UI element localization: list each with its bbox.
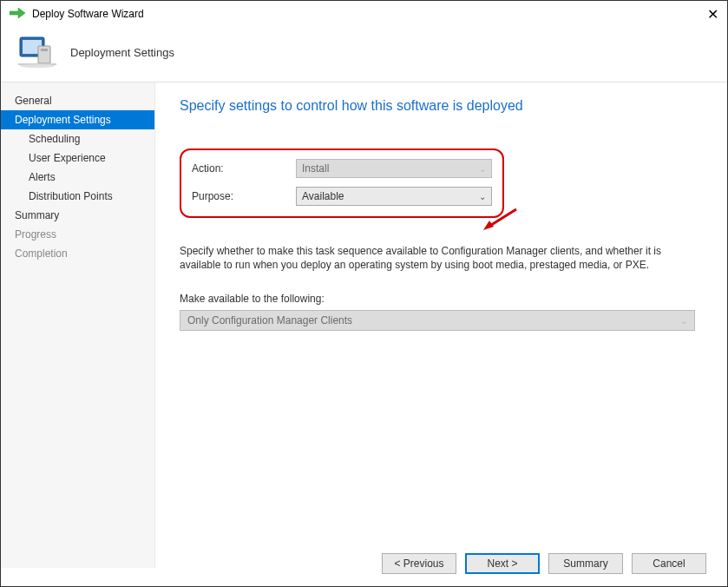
chevron-down-icon: ⌄ <box>479 164 486 174</box>
available-value: Only Configuration Manager Clients <box>187 314 352 326</box>
sidebar-item-completion: Completion <box>1 244 154 263</box>
available-select: Only Configuration Manager Clients ⌄ <box>180 310 695 331</box>
svg-rect-3 <box>41 49 48 51</box>
wizard-main: Specify settings to control how this sof… <box>155 82 727 568</box>
next-button[interactable]: Next > <box>465 553 540 574</box>
highlighted-settings: Action: Install ⌄ Purpose: Available ⌄ <box>180 148 504 218</box>
page-title: Specify settings to control how this sof… <box>180 98 703 114</box>
available-label: Make available to the following: <box>180 293 703 305</box>
sidebar-item-scheduling[interactable]: Scheduling <box>1 129 154 148</box>
cancel-button[interactable]: Cancel <box>632 553 706 574</box>
close-button[interactable]: ✕ <box>707 6 718 23</box>
action-label: Action: <box>192 162 296 175</box>
action-select: Install ⌄ <box>296 159 492 178</box>
wizard-header: Deployment Settings <box>1 27 727 82</box>
purpose-select[interactable]: Available ⌄ <box>296 187 492 206</box>
previous-button[interactable]: < Previous <box>382 553 456 574</box>
svg-marker-7 <box>483 221 494 230</box>
purpose-value: Available <box>302 190 344 202</box>
chevron-down-icon: ⌄ <box>479 192 486 201</box>
sidebar-item-distribution-points[interactable]: Distribution Points <box>1 187 154 206</box>
window-title: Deploy Software Wizard <box>32 8 144 20</box>
sidebar-item-general[interactable]: General <box>1 91 154 110</box>
sidebar-item-user-experience[interactable]: User Experience <box>1 148 154 168</box>
wizard-buttonbar: < Previous Next > Summary Cancel <box>382 553 706 574</box>
svg-point-5 <box>20 64 55 68</box>
sidebar-item-progress: Progress <box>1 225 154 244</box>
action-value: Install <box>302 162 329 175</box>
summary-button[interactable]: Summary <box>548 553 623 574</box>
purpose-label: Purpose: <box>192 190 296 202</box>
sidebar-item-deployment-settings[interactable]: Deployment Settings <box>1 110 154 129</box>
wizard-sidebar: General Deployment Settings Scheduling U… <box>1 82 155 568</box>
sidebar-item-summary[interactable]: Summary <box>1 206 154 225</box>
header-title: Deployment Settings <box>70 46 174 59</box>
go-arrow-icon <box>10 7 25 22</box>
titlebar: Deploy Software Wizard ✕ <box>1 1 727 27</box>
chevron-down-icon: ⌄ <box>680 316 687 326</box>
computer-icon <box>18 34 56 71</box>
sidebar-item-alerts[interactable]: Alerts <box>1 168 154 187</box>
description-text: Specify whether to make this task sequen… <box>180 244 674 272</box>
